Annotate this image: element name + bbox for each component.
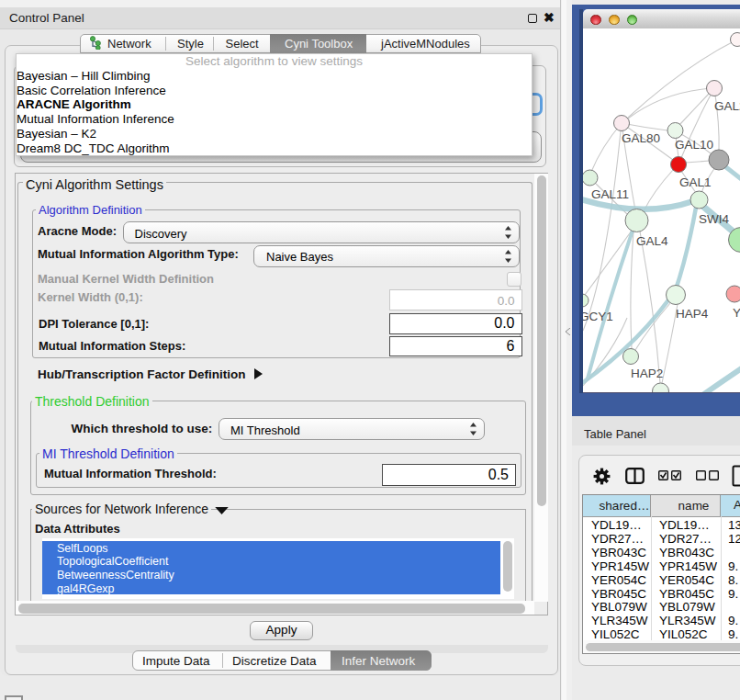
svg-text:GAL80: GAL80 [622,131,660,145]
svg-text:GAL4: GAL4 [636,234,668,248]
svg-text:SWI4: SWI4 [699,212,729,226]
svg-text:GAL2: GAL2 [714,99,740,113]
svg-text:GAL1: GAL1 [679,175,712,189]
svg-text:HAP2: HAP2 [631,367,663,380]
svg-text:GAL10: GAL10 [675,138,713,152]
svg-text:GAL11: GAL11 [591,187,629,201]
svg-text:YJL: YJL [733,306,740,320]
svg-text:GCY1: GCY1 [583,310,613,323]
svg-text:HAP4: HAP4 [676,307,709,321]
